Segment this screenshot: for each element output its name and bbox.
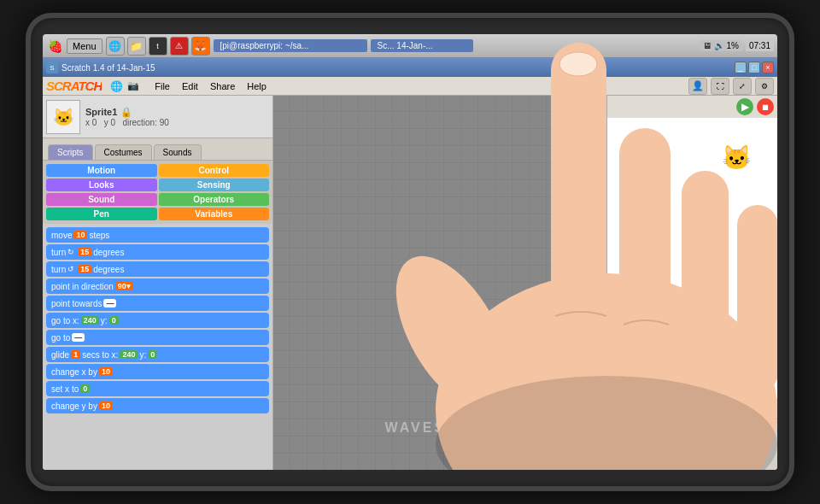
- block-glide-y-badge: 0: [148, 350, 157, 359]
- block-point-direction[interactable]: point in direction 90▾: [46, 278, 269, 294]
- block-goto-xy[interactable]: go to x: 240 y: 0: [46, 313, 269, 328]
- sprite-info: 🐱 Sprite1 🔒 x 0 y 0 dire: [43, 96, 272, 138]
- scratch-titlebar: S Scratch 1.4 of 14-Jan-15 _ □ ×: [43, 58, 777, 77]
- block-glide[interactable]: glide 1 secs to x: 240 y: 0: [46, 347, 269, 362]
- stage-zoom-in[interactable]: +: [609, 401, 624, 416]
- scratch-logo: SCRATCH: [46, 79, 102, 93]
- stage-fit[interactable]: ⊞: [643, 401, 659, 416]
- block-change-x[interactable]: change x by 10: [46, 364, 269, 379]
- stage-bottom: [607, 419, 777, 470]
- window-controls: _ □ ×: [735, 62, 774, 73]
- block-direction-badge: 90▾: [115, 282, 133, 290]
- close-button[interactable]: ×: [762, 62, 774, 73]
- menu-button[interactable]: Menu: [67, 38, 102, 54]
- block-turn-cw[interactable]: turn ↻ 15 degrees: [46, 244, 269, 260]
- monitor-icon: 🖥: [703, 41, 712, 50]
- sprite-direction: direction: 90: [122, 118, 168, 127]
- lock-icon: 🔒: [120, 107, 132, 118]
- block-goto-badge: —: [72, 333, 85, 342]
- stop-button[interactable]: ⏹: [757, 98, 774, 115]
- block-change-y-badge: 10: [99, 401, 113, 410]
- block-turn-cw-badge: 15: [78, 248, 91, 256]
- terminal-window[interactable]: [pi@raspberrypi: ~/sa...: [214, 39, 367, 52]
- block-towards-badge: —: [103, 299, 116, 308]
- systray: 🖥 🔊 1%: [700, 40, 742, 51]
- stage-toolbar: + - ⊞ ⤢: [607, 398, 777, 419]
- block-goto[interactable]: go to —: [46, 330, 269, 345]
- scratch-menubar: SCRATCH 🌐 📷 File Edit Share Help 👤 ⛶ ⤢ ⚙: [43, 77, 777, 96]
- sprite-x: x 0: [85, 118, 97, 127]
- cat-operators[interactable]: Operators: [159, 193, 270, 206]
- cat-pen[interactable]: Pen: [46, 208, 157, 220]
- block-move-badge: 10: [73, 231, 87, 239]
- fullscreen-icon[interactable]: ⤢: [733, 78, 752, 95]
- settings-icon[interactable]: ⚙: [755, 78, 774, 95]
- block-change-y[interactable]: change y by 10: [46, 398, 269, 413]
- block-glide-secs-badge: 1: [71, 350, 80, 359]
- tab-scripts[interactable]: Scripts: [48, 144, 93, 160]
- block-change-x-badge: 10: [99, 367, 113, 376]
- tab-sounds[interactable]: Sounds: [154, 144, 202, 160]
- terminal-icon[interactable]: t: [149, 37, 167, 56]
- stage-zoom-out[interactable]: -: [626, 401, 641, 416]
- sprite-name-row: Sprite1 🔒: [85, 107, 169, 118]
- scratch-window-icon: S: [46, 62, 58, 73]
- blocks-panel: 🐱 Sprite1 🔒 x 0 y 0 dire: [43, 96, 273, 470]
- speaker-icon: 🔊: [714, 41, 724, 50]
- tablet-frame: 🍓 Menu 🌐 📁 t ⚠ 🦊 [pi@raspberrypi: ~/sa..…: [26, 13, 794, 491]
- cat-variables[interactable]: Variables: [159, 208, 270, 220]
- block-set-x[interactable]: set x to 0: [46, 381, 269, 396]
- stage-fullscreen[interactable]: ⤢: [660, 401, 676, 416]
- taskbar-apps: 🌐 📁 t ⚠ 🦊: [106, 37, 210, 56]
- taskbar-right: 🖥 🔊 1% 07:31: [700, 40, 774, 51]
- cat-control[interactable]: Control: [159, 164, 270, 177]
- raspberry-icon[interactable]: 🍓: [46, 38, 63, 55]
- firefox-icon[interactable]: 🦊: [191, 37, 210, 56]
- sprite-thumbnail: 🐱: [46, 100, 80, 134]
- scratch-title: Scratch 1.4 of 14-Jan-15: [62, 63, 155, 73]
- tab-costumes[interactable]: Costumes: [95, 144, 152, 160]
- block-goto-x-badge: 240: [81, 316, 99, 325]
- scratch-window: S Scratch 1.4 of 14-Jan-15 _ □ × SCRATCH…: [43, 58, 777, 470]
- globe-menu-icon[interactable]: 🌐: [108, 79, 124, 94]
- maximize-button[interactable]: □: [748, 62, 760, 73]
- share-menu[interactable]: Share: [205, 80, 240, 92]
- cat-looks[interactable]: Looks: [46, 179, 157, 191]
- block-turn-ccw-badge: 15: [78, 265, 91, 273]
- watermark: WAVESHARE: [385, 420, 495, 436]
- block-glide-x-badge: 240: [120, 350, 138, 359]
- script-tabs: Scripts Costumes Sounds: [43, 138, 272, 161]
- categories: Motion Control Looks Sensing Sound Opera…: [43, 161, 272, 224]
- warning-icon[interactable]: ⚠: [170, 37, 189, 56]
- battery-text: 1%: [727, 41, 739, 50]
- help-menu[interactable]: Help: [242, 80, 272, 92]
- edit-menu[interactable]: Edit: [177, 80, 203, 92]
- block-goto-y-badge: 0: [109, 316, 119, 325]
- scratch-content: 🐱 Sprite1 🔒 x 0 y 0 dire: [43, 96, 777, 470]
- stage-panel: ▶ ⏹ 🐱 + - ⊞ ⤢: [606, 96, 777, 470]
- taskbar: 🍓 Menu 🌐 📁 t ⚠ 🦊 [pi@raspberrypi: ~/sa..…: [43, 34, 777, 58]
- stage-canvas: 🐱: [607, 118, 777, 398]
- block-move[interactable]: move 10 steps: [46, 227, 269, 243]
- sprite-details: Sprite1 🔒 x 0 y 0 direction: 90: [85, 107, 169, 127]
- minimize-button[interactable]: _: [735, 62, 747, 73]
- expand-icon[interactable]: ⛶: [711, 78, 729, 95]
- stage-sprite-cat: 🐱: [722, 144, 752, 172]
- scratch-window-btn[interactable]: Sc... 14-Jan-...: [371, 39, 473, 52]
- file-menu[interactable]: File: [149, 80, 175, 92]
- green-flag-button[interactable]: ▶: [736, 98, 753, 115]
- sprite-coords: x 0 y 0 direction: 90: [85, 118, 169, 127]
- folder-icon[interactable]: 📁: [127, 37, 146, 56]
- scratch-toolbar-right: 👤 ⛶ ⤢ ⚙: [688, 78, 774, 95]
- sprite-name-text: Sprite1: [85, 107, 117, 117]
- cat-motion[interactable]: Motion: [46, 164, 157, 177]
- cat-sound[interactable]: Sound: [46, 193, 157, 206]
- globe-icon[interactable]: 🌐: [106, 37, 125, 56]
- stage-controls: ▶ ⏹: [607, 96, 777, 118]
- camera-icon[interactable]: 📷: [126, 79, 141, 94]
- block-point-towards[interactable]: point towards —: [46, 296, 269, 311]
- script-area[interactable]: WAVESHARE: [273, 96, 606, 470]
- person-icon[interactable]: 👤: [688, 78, 707, 95]
- block-turn-ccw[interactable]: turn ↺ 15 degrees: [46, 261, 269, 277]
- cat-sensing[interactable]: Sensing: [159, 179, 270, 191]
